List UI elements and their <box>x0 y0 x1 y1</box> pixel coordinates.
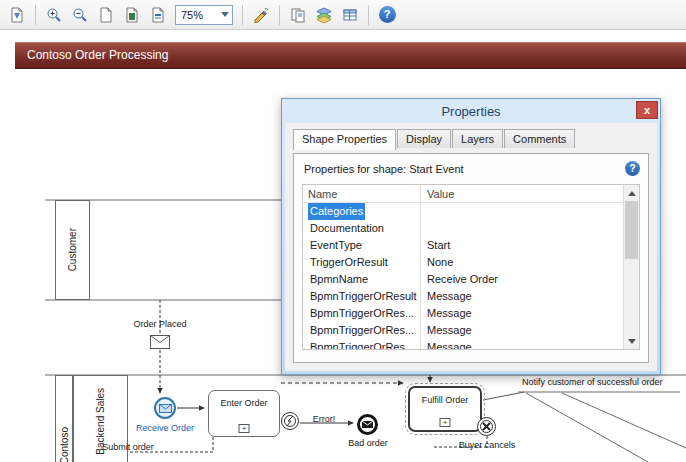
properties-grid-button[interactable] <box>338 3 362 27</box>
scrollbar-thumb[interactable] <box>625 201 638 259</box>
property-row[interactable]: Documentation <box>303 220 639 237</box>
scroll-down-button[interactable] <box>624 333 640 349</box>
property-value: Receive Order <box>427 273 498 285</box>
property-name: Documentation <box>308 220 386 237</box>
property-name: BpmnTriggerOrResult <box>308 288 419 305</box>
toolbar-separator <box>368 5 369 25</box>
zoom-select[interactable]: 75% <box>175 5 233 25</box>
property-row[interactable]: BpmnTriggerOrRes... Message <box>303 339 639 350</box>
property-row[interactable]: EventType Start <box>303 237 639 254</box>
notify-annotation: Notify customer of successful order <box>522 377 678 387</box>
diagram-title-banner: Contoso Order Processing <box>15 42 686 69</box>
envelope-icon <box>150 335 170 349</box>
property-row[interactable]: TriggerOrResult None <box>303 254 639 271</box>
layers-button[interactable] <box>312 3 336 27</box>
property-row[interactable]: BpmnTriggerOrRes... Message <box>303 305 639 322</box>
properties-grid-icon <box>342 7 358 23</box>
property-value: None <box>427 256 453 268</box>
start-event-receive-order[interactable] <box>154 397 176 419</box>
property-value: Message <box>427 341 472 350</box>
zoom-out-button[interactable] <box>68 3 92 27</box>
tab-shape-properties[interactable]: Shape Properties <box>293 129 396 150</box>
scrollbar[interactable] <box>623 185 639 349</box>
arrow-down-icon <box>628 339 636 344</box>
fulfill-order-label: Fulfill Order <box>410 395 480 405</box>
property-name: BpmnName <box>308 271 370 288</box>
page-width-icon <box>150 7 166 23</box>
property-row[interactable]: BpmnName Receive Order <box>303 271 639 288</box>
diagram-title: Contoso Order Processing <box>27 48 168 62</box>
toolbar-separator <box>35 5 36 25</box>
cancel-x-icon <box>481 421 492 432</box>
value-column-header: Value <box>427 188 454 200</box>
property-name: TriggerOrResult <box>308 254 390 271</box>
scroll-up-button[interactable] <box>624 185 640 201</box>
actual-size-button[interactable] <box>94 3 118 27</box>
lane-customer[interactable]: Customer <box>55 200 90 300</box>
fit-page-button[interactable] <box>120 3 144 27</box>
buyer-cancels-label: Buyer cancels <box>453 440 521 450</box>
pool-contoso[interactable]: Contoso <box>55 375 73 462</box>
task-fulfill-order[interactable]: Fulfill Order + <box>408 386 482 432</box>
message-shape[interactable] <box>150 335 170 353</box>
dialog-title: Properties <box>441 104 500 119</box>
properties-grid: Name Value Categories Documentation Even… <box>302 184 640 350</box>
page-width-button[interactable] <box>146 3 170 27</box>
property-name: BpmnTriggerOrRes... <box>308 305 416 322</box>
property-name: BpmnTriggerOrRes... <box>308 339 416 350</box>
markup-pen-icon <box>253 7 269 23</box>
dialog-tabs: Shape Properties Display Layers Comments <box>293 129 576 148</box>
copy-page-icon <box>290 7 306 23</box>
name-column-header: Name <box>308 188 337 200</box>
visio-viewer-window: 75% ? Contoso Order Processing <box>0 0 686 462</box>
grid-header: Name Value <box>303 185 639 203</box>
toolbar-separator <box>242 5 243 25</box>
tab-display[interactable]: Display <box>397 129 451 148</box>
zoom-in-button[interactable] <box>42 3 66 27</box>
subprocess-marker-icon: + <box>440 418 451 427</box>
tab-comments[interactable]: Comments <box>504 129 575 148</box>
actual-size-page-icon <box>98 7 114 23</box>
document-button[interactable] <box>5 3 29 27</box>
end-event-bad-order[interactable] <box>357 414 378 435</box>
help-icon: ? <box>379 6 396 23</box>
tab-layers[interactable]: Layers <box>452 129 503 148</box>
property-row[interactable]: Categories <box>303 203 639 220</box>
task-enter-order[interactable]: Enter Order + <box>208 390 280 437</box>
zoom-value: 75% <box>181 9 203 21</box>
toolbar-separator <box>279 5 280 25</box>
properties-caption: Properties for shape: Start Event <box>304 163 464 175</box>
help-icon[interactable]: ? <box>625 161 640 176</box>
message-envelope-icon <box>159 404 172 413</box>
property-value: Message <box>427 324 472 336</box>
dark-envelope-icon <box>362 421 373 428</box>
shape-properties-panel: Properties for shape: Start Event ? Name… <box>293 153 649 363</box>
dialog-title-bar[interactable]: Properties x <box>282 99 660 123</box>
help-button[interactable]: ? <box>375 3 399 27</box>
property-row[interactable]: BpmnTriggerOrResult Message <box>303 288 639 305</box>
close-button[interactable]: x <box>636 101 658 119</box>
lightning-icon <box>285 415 295 427</box>
error-flow-label: Error! <box>306 414 342 424</box>
property-name: Categories <box>308 203 365 220</box>
zoom-out-icon <box>72 7 88 23</box>
order-placed-label: Order Placed <box>130 319 190 329</box>
dialog-body: Shape Properties Display Layers Comments… <box>285 123 657 371</box>
lane-customer-label: Customer <box>67 228 78 271</box>
properties-dialog: Properties x Shape Properties Display La… <box>281 98 661 375</box>
boundary-cancel-event[interactable] <box>477 417 496 436</box>
property-row[interactable]: BpmnTriggerOrRes... Message <box>303 322 639 339</box>
toolbar: 75% ? <box>0 0 686 30</box>
layers-icon <box>316 7 332 23</box>
zoom-in-icon <box>46 7 62 23</box>
boundary-error-event[interactable] <box>281 412 299 430</box>
submit-order-label: Submit order <box>97 442 159 452</box>
copy-page-button[interactable] <box>286 3 310 27</box>
arrow-up-icon <box>628 191 636 196</box>
enter-order-label: Enter Order <box>209 398 279 408</box>
document-icon <box>9 7 25 23</box>
subprocess-marker-icon: + <box>239 424 250 433</box>
pool-contoso-label: Contoso <box>59 427 70 462</box>
property-value: Start <box>427 239 450 251</box>
markup-button[interactable] <box>249 3 273 27</box>
